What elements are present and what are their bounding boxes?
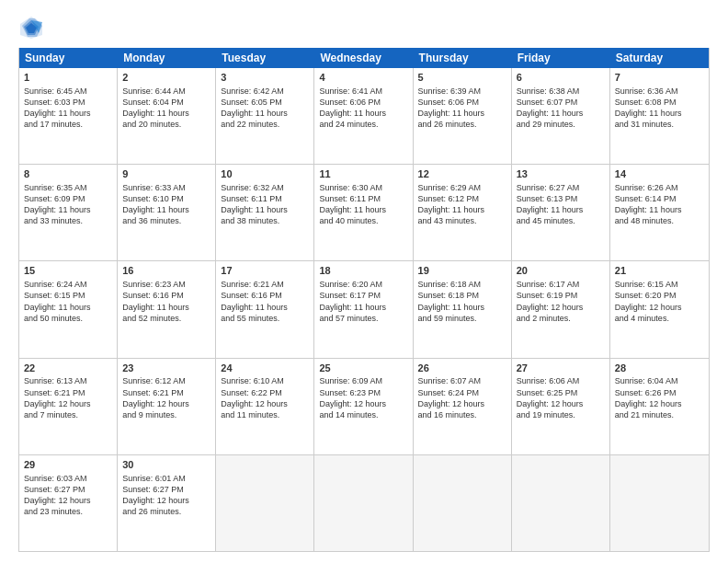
day-number: 30	[122, 458, 210, 472]
day-info-line: Sunset: 6:20 PM	[615, 290, 704, 301]
day-info-line: Sunset: 6:25 PM	[517, 387, 605, 398]
day-info-line: and 22 minutes.	[221, 119, 309, 130]
day-header-tuesday: Tuesday	[216, 48, 314, 68]
day-info-line: Sunset: 6:24 PM	[418, 387, 506, 398]
day-cell-24: 24Sunrise: 6:10 AMSunset: 6:22 PMDayligh…	[216, 359, 314, 454]
page-header	[18, 15, 710, 40]
day-info-line: Daylight: 11 hours	[221, 302, 309, 313]
day-info-line: and 33 minutes.	[24, 215, 112, 226]
day-info-line: and 50 minutes.	[24, 313, 112, 324]
day-info-line: Daylight: 11 hours	[24, 204, 112, 215]
day-info-line: and 40 minutes.	[319, 215, 407, 226]
day-number: 20	[517, 264, 605, 278]
day-number: 15	[24, 264, 112, 278]
day-number: 19	[418, 264, 506, 278]
day-info-line: Sunrise: 6:18 AM	[418, 279, 506, 290]
day-info-line: and 52 minutes.	[122, 313, 210, 324]
day-info-line: Sunrise: 6:20 AM	[319, 279, 407, 290]
day-info-line: Daylight: 12 hours	[24, 495, 112, 506]
day-info-line: Sunrise: 6:09 AM	[319, 375, 407, 386]
day-number: 11	[319, 167, 407, 181]
day-number: 23	[122, 362, 210, 375]
day-number: 3	[221, 71, 309, 85]
day-info-line: Daylight: 11 hours	[615, 204, 704, 215]
day-number: 10	[221, 167, 309, 181]
day-cell-empty	[610, 455, 709, 551]
day-info-line: Daylight: 11 hours	[122, 108, 210, 119]
day-info-line: Daylight: 11 hours	[418, 204, 506, 215]
day-cell-19: 19Sunrise: 6:18 AMSunset: 6:18 PMDayligh…	[414, 261, 512, 357]
day-info-line: and 14 minutes.	[319, 409, 407, 420]
calendar: SundayMondayTuesdayWednesdayThursdayFrid…	[18, 48, 710, 552]
day-info-line: Sunset: 6:08 PM	[615, 97, 704, 108]
day-cell-23: 23Sunrise: 6:12 AMSunset: 6:21 PMDayligh…	[118, 359, 216, 454]
day-info-line: and 26 minutes.	[418, 119, 506, 130]
day-cell-1: 1Sunrise: 6:45 AMSunset: 6:03 PMDaylight…	[19, 68, 118, 164]
day-info-line: Sunset: 6:07 PM	[517, 97, 605, 108]
day-info-line: Sunset: 6:06 PM	[418, 97, 506, 108]
day-info-line: and 59 minutes.	[418, 313, 506, 324]
day-info-line: Sunset: 6:17 PM	[319, 290, 407, 301]
day-info-line: and 23 minutes.	[24, 506, 112, 517]
day-info-line: Sunset: 6:06 PM	[319, 97, 407, 108]
day-info-line: Sunrise: 6:04 AM	[615, 375, 704, 386]
day-number: 13	[517, 167, 605, 181]
day-number: 18	[319, 264, 407, 278]
day-info-line: Daylight: 12 hours	[615, 302, 704, 313]
calendar-week-4: 22Sunrise: 6:13 AMSunset: 6:21 PMDayligh…	[19, 359, 709, 455]
day-info-line: Sunset: 6:23 PM	[319, 387, 407, 398]
day-info-line: Daylight: 11 hours	[319, 108, 407, 119]
calendar-week-2: 8Sunrise: 6:35 AMSunset: 6:09 PMDaylight…	[19, 165, 709, 261]
day-cell-6: 6Sunrise: 6:38 AMSunset: 6:07 PMDaylight…	[512, 68, 610, 164]
calendar-week-3: 15Sunrise: 6:24 AMSunset: 6:15 PMDayligh…	[19, 261, 709, 358]
day-cell-11: 11Sunrise: 6:30 AMSunset: 6:11 PMDayligh…	[314, 165, 413, 260]
day-header-saturday: Saturday	[610, 48, 709, 68]
day-info-line: Sunrise: 6:17 AM	[517, 279, 605, 290]
day-number: 5	[418, 71, 506, 85]
day-cell-14: 14Sunrise: 6:26 AMSunset: 6:14 PMDayligh…	[610, 165, 709, 260]
day-info-line: Sunset: 6:19 PM	[517, 290, 605, 301]
day-info-line: Sunrise: 6:24 AM	[24, 279, 112, 290]
day-info-line: Sunset: 6:16 PM	[221, 290, 309, 301]
day-info-line: Sunrise: 6:35 AM	[24, 182, 112, 193]
day-info-line: Sunrise: 6:13 AM	[24, 375, 112, 386]
day-number: 14	[615, 167, 704, 181]
day-info-line: and 36 minutes.	[122, 215, 210, 226]
day-info-line: Daylight: 12 hours	[517, 398, 605, 409]
day-cell-17: 17Sunrise: 6:21 AMSunset: 6:16 PMDayligh…	[216, 261, 314, 357]
day-info-line: and 31 minutes.	[615, 119, 704, 130]
day-cell-12: 12Sunrise: 6:29 AMSunset: 6:12 PMDayligh…	[414, 165, 512, 260]
day-number: 2	[122, 71, 210, 85]
day-info-line: Sunset: 6:15 PM	[24, 290, 112, 301]
day-info-line: Sunset: 6:21 PM	[122, 387, 210, 398]
day-info-line: and 38 minutes.	[221, 215, 309, 226]
day-info-line: Sunset: 6:27 PM	[122, 484, 210, 495]
day-number: 1	[24, 71, 112, 85]
day-cell-28: 28Sunrise: 6:04 AMSunset: 6:26 PMDayligh…	[610, 359, 709, 454]
day-info-line: Sunrise: 6:39 AM	[418, 86, 506, 97]
day-cell-7: 7Sunrise: 6:36 AMSunset: 6:08 PMDaylight…	[610, 68, 709, 164]
day-info-line: Sunset: 6:18 PM	[418, 290, 506, 301]
day-info-line: Daylight: 11 hours	[122, 204, 210, 215]
day-info-line: and 11 minutes.	[221, 409, 309, 420]
calendar-week-1: 1Sunrise: 6:45 AMSunset: 6:03 PMDaylight…	[19, 68, 709, 165]
day-info-line: Daylight: 12 hours	[221, 398, 309, 409]
day-info-line: Daylight: 12 hours	[122, 495, 210, 506]
day-header-thursday: Thursday	[414, 48, 512, 68]
day-info-line: Sunrise: 6:01 AM	[122, 473, 210, 484]
day-info-line: and 2 minutes.	[517, 313, 605, 324]
day-info-line: and 26 minutes.	[122, 506, 210, 517]
day-info-line: and 17 minutes.	[24, 119, 112, 130]
day-info-line: Daylight: 11 hours	[517, 108, 605, 119]
calendar-header: SundayMondayTuesdayWednesdayThursdayFrid…	[19, 48, 709, 68]
day-number: 8	[24, 167, 112, 181]
day-info-line: and 21 minutes.	[615, 409, 704, 420]
day-cell-10: 10Sunrise: 6:32 AMSunset: 6:11 PMDayligh…	[216, 165, 314, 260]
day-info-line: and 24 minutes.	[319, 119, 407, 130]
day-cell-15: 15Sunrise: 6:24 AMSunset: 6:15 PMDayligh…	[19, 261, 118, 357]
day-info-line: Daylight: 11 hours	[221, 108, 309, 119]
day-number: 6	[517, 71, 605, 85]
day-info-line: Sunrise: 6:33 AM	[122, 182, 210, 193]
day-info-line: Sunrise: 6:42 AM	[221, 86, 309, 97]
day-header-wednesday: Wednesday	[314, 48, 413, 68]
